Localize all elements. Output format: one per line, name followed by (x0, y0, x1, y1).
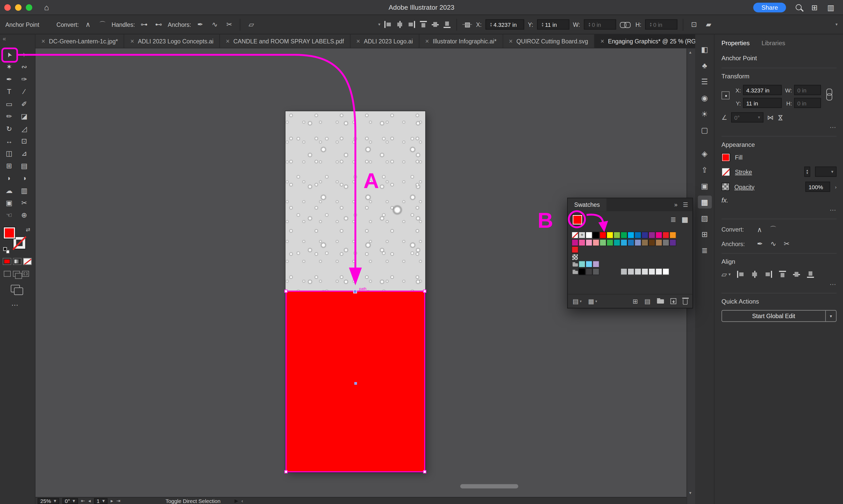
color-swatch[interactable] (607, 239, 613, 246)
align-right-icon[interactable] (765, 270, 773, 278)
stroke-weight-select[interactable]: ▾ (815, 166, 837, 177)
artboard-tool[interactable]: ▣ (2, 197, 17, 209)
color-swatch[interactable] (613, 239, 620, 246)
align-center-icon[interactable] (751, 270, 759, 278)
color-group-folder-icon[interactable] (572, 261, 578, 268)
transform-more-options-icon[interactable]: ⋯ (721, 124, 836, 131)
export-icon[interactable]: ⇪ (698, 163, 712, 176)
effects-button[interactable]: fx. (721, 197, 836, 204)
grid-view-icon[interactable]: ▦ (682, 215, 688, 224)
draw-behind-icon[interactable] (13, 271, 20, 277)
align-left-icon[interactable] (384, 20, 392, 29)
color-swatch[interactable] (620, 239, 627, 246)
align-bottom-icon[interactable] (806, 270, 815, 278)
arrange-icon[interactable]: ▱ (246, 19, 257, 30)
swatch-themes-icon[interactable]: ⊞ (633, 298, 638, 305)
zoom-tool[interactable]: ⊕ (17, 209, 32, 221)
pathfinder-icon[interactable]: ◧ (698, 43, 712, 56)
play-icon[interactable]: ▶ (234, 498, 238, 503)
color-swatch[interactable] (662, 239, 669, 246)
last-artboard-icon[interactable]: ⇥ (116, 498, 120, 503)
shear-icon[interactable]: ▰ (703, 19, 714, 30)
selection-handle[interactable] (284, 470, 288, 474)
w-input[interactable]: ▴▾0 in (584, 19, 616, 30)
draw-inside-icon[interactable] (22, 271, 29, 277)
new-color-group-button[interactable] (657, 299, 664, 303)
artboards-icon[interactable]: ▢ (698, 124, 712, 137)
color-swatch[interactable] (613, 232, 620, 238)
transform-icon[interactable]: ⊞ (698, 228, 712, 241)
gradient-button[interactable] (13, 258, 22, 265)
perspective-grid-tool[interactable]: ⊿ (17, 147, 32, 160)
stroke-weight-stepper[interactable]: ▴▾ (804, 166, 810, 177)
color-swatch[interactable] (648, 232, 655, 238)
color-swatch[interactable] (655, 239, 662, 246)
symbols-icon[interactable]: ♣ (698, 59, 712, 72)
lasso-tool[interactable]: ∾ (17, 61, 32, 73)
w-input[interactable]: 0 in (794, 85, 821, 95)
color-swatch[interactable] (634, 268, 641, 275)
swatch-registration[interactable] (579, 232, 585, 238)
tab-libraries[interactable]: Libraries (761, 40, 785, 46)
y-input[interactable]: 11 in (743, 98, 782, 108)
color-swatch[interactable] (648, 239, 655, 246)
delete-swatch-button[interactable] (683, 299, 688, 305)
convert-to-corner-icon[interactable]: ∧ (757, 226, 762, 234)
align-bottom-icon[interactable] (443, 20, 451, 29)
zoom-window-button[interactable] (26, 4, 32, 11)
close-icon[interactable]: × (226, 37, 230, 45)
color-swatch[interactable] (592, 239, 599, 246)
curvature-tool[interactable]: ✑ (17, 73, 32, 85)
flip-horizontal-icon[interactable]: ⋈ (767, 114, 774, 121)
hide-handles-icon[interactable]: ⊷ (153, 19, 164, 30)
document-tab[interactable]: × DC-Green-Lantern-1c.jpg* (36, 34, 124, 48)
color-swatch[interactable] (585, 232, 592, 238)
search-icon[interactable] (796, 4, 802, 10)
cut-path-icon[interactable]: ✂ (784, 240, 790, 248)
color-swatch[interactable] (579, 268, 585, 275)
fill-swatch[interactable] (4, 227, 15, 238)
color-swatch[interactable] (627, 268, 634, 275)
color-swatch[interactable] (662, 232, 669, 238)
stroke-swatch[interactable] (14, 237, 25, 249)
eraser-tool[interactable]: ◪ (17, 110, 32, 122)
cut-path-icon[interactable]: ✂ (224, 19, 234, 30)
opacity-input[interactable]: 100% (805, 182, 830, 192)
close-icon[interactable]: × (41, 37, 45, 45)
align-to-selection-icon[interactable]: ▱ (721, 270, 727, 278)
free-transform-tool[interactable]: ⊡ (17, 135, 32, 147)
libraries-icon[interactable]: ▤▾ (573, 298, 581, 305)
fill-color-swatch[interactable] (721, 153, 730, 162)
remove-anchor-icon[interactable]: ✒ (757, 240, 763, 248)
color-swatch[interactable] (642, 232, 648, 238)
hand-tool[interactable]: ☜ (2, 209, 17, 221)
paintbrush-tool[interactable]: ✐ (17, 98, 32, 110)
color-swatch[interactable] (572, 246, 578, 253)
stroke-color-swatch[interactable] (721, 167, 730, 176)
close-icon[interactable]: × (600, 37, 604, 45)
link-dimensions-icon[interactable] (620, 20, 631, 29)
screen-mode-icon[interactable] (11, 285, 22, 294)
rotation-select[interactable]: 0°▾ (731, 112, 763, 123)
symbol-sprayer-tool[interactable]: ☁ (2, 184, 17, 197)
chevron-down-icon[interactable]: ▾ (378, 22, 380, 27)
tab-properties[interactable]: Properties (721, 40, 750, 46)
color-swatch[interactable] (669, 232, 676, 238)
reference-point-locator[interactable] (721, 91, 730, 100)
selection-handle[interactable] (423, 470, 426, 474)
line-segment-tool[interactable]: ∕ (17, 86, 32, 98)
align-top-icon[interactable] (778, 270, 787, 278)
opacity-label[interactable]: Opacity (734, 184, 754, 190)
link-dimensions-icon[interactable] (825, 88, 833, 104)
document-tab-active[interactable]: × Engaging Graphics* @ 25 % (RG (594, 34, 702, 48)
mesh-tool[interactable]: ⊞ (2, 160, 17, 172)
chevron-down-icon[interactable]: ▾ (825, 310, 836, 322)
document-tab[interactable]: × QUIROZ Cutting Board.svg (503, 34, 594, 48)
color-swatch[interactable] (620, 268, 627, 275)
align-right-icon[interactable] (408, 20, 416, 29)
shaper-tool[interactable]: ✏ (2, 110, 17, 122)
pen-tool[interactable]: ✒ (2, 73, 17, 85)
water-droplets-image[interactable] (286, 111, 425, 291)
stroke-label[interactable]: Stroke (735, 168, 752, 175)
swap-fill-stroke-icon[interactable]: ⇄ (26, 227, 30, 233)
